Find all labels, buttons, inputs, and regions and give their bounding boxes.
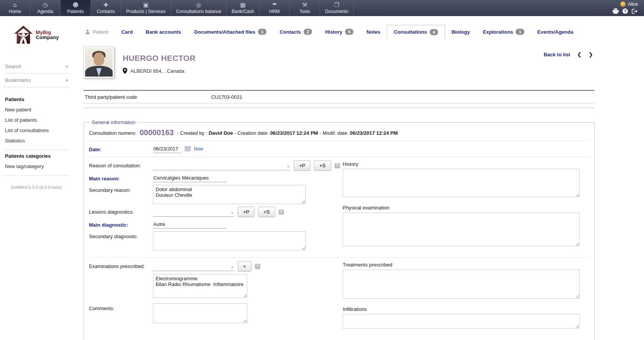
- divider: [89, 141, 589, 141]
- sidebar-item-list-of-consultations[interactable]: List of consultations: [5, 125, 68, 136]
- tab-bank-accounts[interactable]: Bank accounts: [139, 25, 187, 39]
- treatments-prescribed-group: Treatments prescribed: [343, 262, 583, 300]
- secondary-reason-textarea[interactable]: Dolor abdominal Douleur Cheville: [153, 185, 306, 204]
- examinations-select[interactable]: ▾: [153, 262, 234, 271]
- umbrella-icon: ☂: [272, 2, 277, 9]
- main-reason-input[interactable]: [153, 173, 227, 182]
- nav-item-documents[interactable]: ❐ Documents: [320, 0, 354, 16]
- add-secondary-button[interactable]: +S: [258, 207, 275, 217]
- patients-icon: ☻: [72, 2, 79, 9]
- badge-count: 1: [258, 29, 266, 35]
- comments-textarea[interactable]: [153, 303, 247, 323]
- tab-history[interactable]: History 5: [319, 25, 360, 39]
- general-information-section: General information Consultation numero:…: [84, 119, 595, 340]
- badge-count: 1: [516, 29, 524, 35]
- created-by-value: David Doe: [209, 130, 233, 136]
- consultation-meta-line: Consultation numero: 00000163 - Created …: [89, 128, 589, 137]
- tab-explorations[interactable]: Explorations 1: [476, 25, 531, 39]
- tab-biology[interactable]: Biology: [445, 25, 476, 39]
- chevron-down-icon: ▾: [231, 211, 234, 216]
- history-textarea[interactable]: [343, 169, 580, 197]
- third-party-code-label: Third party/patient code: [85, 94, 211, 100]
- treatments-prescribed-textarea[interactable]: [343, 270, 580, 299]
- main-reason-label: Main reason:: [89, 173, 153, 181]
- menu-title-patients-categories: Patients categories: [5, 153, 68, 159]
- sidebar-item-list-of-patients[interactable]: List of patients: [5, 115, 68, 125]
- physical-examination-textarea[interactable]: [343, 212, 580, 246]
- next-record-icon[interactable]: ❯: [588, 51, 593, 57]
- sidebar-item-new-tag-category[interactable]: New tag/category: [5, 161, 68, 172]
- agenda-icon: ◷: [43, 2, 48, 9]
- reason-label: Reason of consultation:: [89, 160, 153, 168]
- add-principal-button[interactable]: +P: [294, 160, 310, 171]
- print-icon[interactable]: [613, 8, 619, 14]
- now-link[interactable]: Now: [194, 146, 203, 152]
- help-icon[interactable]: ?: [279, 209, 284, 215]
- add-secondary-button[interactable]: +S: [314, 160, 331, 171]
- back-to-list-link[interactable]: Back to list: [544, 52, 570, 57]
- main-diagnostic-label: Main diagnostic:: [89, 220, 153, 228]
- secondary-diagnostic-label: Secondary diagnostic:: [89, 231, 153, 239]
- date-row: Date: Now: [89, 144, 589, 153]
- topnav-user-area: Alice ?: [606, 0, 644, 16]
- main-diagnostic-input[interactable]: [153, 220, 227, 229]
- patient-header: HUERGO HECTOR ALBERDI 654, , Canada Back…: [84, 47, 595, 78]
- help-icon[interactable]: ?: [335, 163, 340, 168]
- divider: [84, 103, 595, 108]
- logout-icon[interactable]: [632, 9, 638, 14]
- tab-card[interactable]: Card: [115, 25, 139, 39]
- divider: [89, 257, 589, 258]
- reason-select[interactable]: ▾: [153, 161, 290, 170]
- add-examination-button[interactable]: +: [238, 261, 251, 271]
- secondary-diagnostic-textarea[interactable]: [153, 231, 306, 250]
- nav-item-contacts[interactable]: ✚ Contacts: [91, 0, 121, 16]
- bookmarks-dropdown[interactable]: Bookmarks ▾: [4, 74, 69, 87]
- patient-address: ALBERDI 654, , Canada: [130, 68, 184, 74]
- examinations-textarea[interactable]: Electromiogramme Bilan Radio Rhumatisme …: [153, 274, 247, 298]
- physical-examination-group: Physical examination: [343, 205, 583, 247]
- tab-patient[interactable]: Patient: [84, 25, 115, 39]
- nav-item-products-services[interactable]: ▣ Products | Services: [121, 0, 171, 16]
- patient-meta: HUERGO HECTOR ALBERDI 654, , Canada: [123, 47, 196, 78]
- help-icon[interactable]: ?: [255, 264, 260, 269]
- search-dropdown[interactable]: Search ▾: [4, 60, 69, 74]
- tools-icon: ⚒: [302, 2, 307, 9]
- nav-item-consultations-balance[interactable]: ◎ Consultations balance: [171, 0, 227, 16]
- infiltrations-textarea[interactable]: [343, 314, 580, 329]
- location-pin-icon: [123, 68, 127, 74]
- add-principal-button[interactable]: +P: [238, 207, 255, 217]
- sidebar-item-statistics[interactable]: Statistics: [5, 136, 68, 146]
- sidebar: MyBig Company Search ▾ Bookmarks ▾ Patie…: [0, 16, 73, 340]
- nav-label: Consultations balance: [176, 9, 221, 14]
- company-logo-icon: [14, 25, 33, 44]
- top-navigation: ⌂ Home ◷ Agenda ☻ Patients ✚ Contacts ▣ …: [0, 0, 644, 16]
- nav-item-tools[interactable]: ⚒ Tools: [290, 0, 320, 16]
- patient-name: HUERGO HECTOR: [123, 54, 196, 63]
- user-avatar: [620, 2, 626, 7]
- lesions-select[interactable]: ▾: [153, 207, 234, 217]
- tab-notes[interactable]: Notes: [360, 25, 387, 39]
- creation-date-value: 06/23/2017 12:24 PM: [270, 130, 318, 136]
- nav-item-bank-cash[interactable]: ▦ Bank/Cash: [227, 0, 260, 16]
- help-icon[interactable]: ?: [623, 8, 628, 14]
- calendar-icon[interactable]: [185, 146, 191, 151]
- consultation-number: 00000163: [140, 128, 174, 137]
- tab-contacts[interactable]: Contacts 2: [273, 25, 319, 39]
- sidebar-item-new-patient[interactable]: New patient: [5, 105, 68, 115]
- tab-documents[interactable]: Documents/Attached files 1: [188, 25, 273, 39]
- nav-item-home[interactable]: ⌂ Home: [0, 0, 30, 16]
- previous-record-icon[interactable]: ❮: [577, 51, 582, 57]
- nav-item-patients[interactable]: ☻ Patients: [61, 0, 91, 16]
- user-menu[interactable]: Alice: [620, 2, 638, 7]
- comments-row: Comments:: [89, 303, 343, 323]
- date-input[interactable]: [153, 144, 181, 153]
- modification-date-value: 06/23/2017 12:24 PM: [350, 130, 398, 136]
- app-version: DoliMed 5.0.0 (6.0.0-beta): [5, 185, 68, 190]
- chevron-down-icon: ▾: [231, 265, 234, 271]
- examinations-value-row: Electromiogramme Bilan Radio Rhumatisme …: [89, 274, 343, 298]
- nav-item-agenda[interactable]: ◷ Agenda: [30, 0, 61, 16]
- secondary-reason-label: Secondary reason:: [89, 185, 153, 193]
- nav-item-hrm[interactable]: ☂ HRM: [260, 0, 290, 16]
- tab-consultations[interactable]: Consultations 4: [387, 25, 445, 39]
- tab-events-agenda[interactable]: Events/Agenda: [531, 25, 580, 39]
